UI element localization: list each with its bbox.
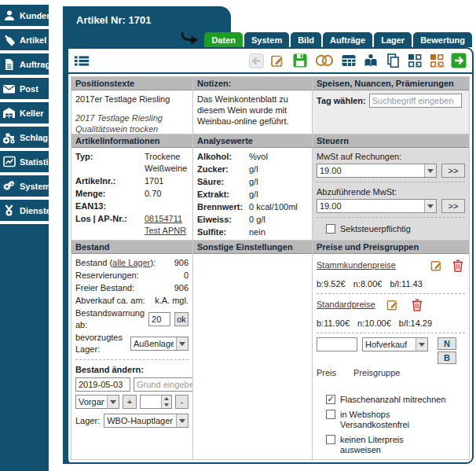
tab-lager[interactable]: Lager (374, 32, 412, 47)
menge-stepper[interactable] (140, 395, 172, 409)
mwst-rechnungen-select[interactable]: 19.00 (317, 164, 437, 178)
trash-icon[interactable] (452, 259, 465, 272)
brutto-button[interactable]: B (438, 351, 456, 364)
section-header: Artikelinformationen (71, 134, 192, 148)
sidebar-item-auftrag[interactable]: Auftrag (0, 53, 49, 75)
std-brutto: b:11.90€ (317, 318, 350, 328)
sidebar-item-system[interactable]: System (0, 175, 49, 197)
section-grid: Positionstexte 2017er Testlage Riesling … (71, 76, 470, 460)
flaschenanzahl-checkbox[interactable] (326, 395, 335, 404)
sektsteuer-checkbox[interactable] (326, 224, 335, 234)
tab-daten[interactable]: Daten (204, 32, 243, 47)
sidebar-item-label: Schlag (20, 133, 48, 142)
stepper-input[interactable] (141, 396, 161, 408)
back-icon[interactable] (248, 53, 264, 68)
sidebar-item-post[interactable]: Post (0, 78, 49, 99)
section-header: Bestand (71, 241, 192, 254)
sidebar-item-artikel[interactable]: Artikel (0, 29, 49, 50)
sidebar-item-statistik[interactable]: Statistik (0, 151, 49, 172)
section-header: Steuern (313, 134, 469, 148)
kein-literpreis-label: keinen Literpreis ausweisen (340, 435, 427, 455)
field-label: Extrakt: (197, 189, 249, 201)
standardpreise-link[interactable]: Standardpreise (317, 299, 375, 311)
zucker-value: g/l (249, 164, 258, 175)
bestand-value: 906 (174, 257, 189, 269)
field-label: Artikelnr.: (75, 175, 145, 187)
bestandswarnung-label: Bestandswarnung ab: (75, 307, 145, 331)
std-netto: n:10.00€ (357, 318, 391, 328)
reader-icon[interactable] (363, 53, 379, 68)
save-icon[interactable] (292, 53, 308, 68)
wein-nr-link[interactable]: 2011-01 (145, 237, 176, 240)
minus-button[interactable]: - (175, 395, 189, 409)
stepper-arrows[interactable] (161, 396, 171, 408)
wine-bottle-icon (2, 33, 16, 46)
list-icon[interactable] (74, 53, 90, 68)
field-label: Zucker: (197, 164, 249, 175)
sidebar-item-keller[interactable]: Keller (0, 102, 49, 123)
tab-auftraege[interactable]: Aufträge (323, 32, 372, 47)
bestand-datum-input[interactable] (75, 377, 130, 392)
arrow-down-icon[interactable] (162, 402, 171, 408)
tag-waehlen-label: Tag wählen: (317, 95, 366, 107)
trash-icon[interactable] (411, 298, 424, 311)
forward-icon[interactable] (451, 53, 467, 68)
grid-teal-icon[interactable] (407, 53, 423, 68)
preisgruppe-select[interactable]: Hofverkauf (362, 337, 428, 351)
table-icon[interactable] (341, 53, 357, 68)
positionstext-line1: 2017er Testlage Riesling (75, 94, 189, 105)
sidebar-item-label: Dienste (20, 206, 51, 215)
abverkauf-value: k.A. mgl. (155, 295, 189, 307)
alkohol-value: %vol (249, 151, 268, 163)
field-label: Brennwert: (197, 201, 249, 213)
edit-icon[interactable] (270, 53, 286, 68)
toggle-icon[interactable] (314, 53, 335, 68)
ap-nr-link[interactable]: 08154711 Test APNR (145, 213, 189, 237)
field-label: EAN13: (75, 201, 145, 212)
chevron-down-icon (424, 200, 436, 212)
sidebar-item-label: Auftrag (20, 60, 50, 69)
tractor-icon (2, 131, 16, 144)
sidebar-item-kunden[interactable]: Kunden (0, 5, 49, 26)
stamm-netto: n:8.00€ (353, 279, 383, 289)
section-steuern: Steuern MwSt auf Rechungen: 19.00 >> Abz… (313, 134, 469, 240)
ok-button[interactable]: ok (174, 312, 189, 326)
sidebar-item-dienste[interactable]: Dienste (0, 200, 49, 221)
section-notizen: Notizen: Das Weinkontenblatt zu diesem W… (193, 77, 312, 134)
tab-bewertung[interactable]: Bewertung (413, 32, 472, 47)
abzufuehrende-mwst-select[interactable]: 19.00 (317, 199, 437, 213)
kein-literpreis-checkbox[interactable] (326, 435, 335, 444)
edit-icon[interactable] (386, 298, 400, 311)
lager-select[interactable]: WBO-Hauptlager (104, 414, 189, 428)
tag-search-input[interactable] (369, 94, 462, 108)
vorgangsart-select[interactable]: Vorgangsart: (75, 395, 119, 409)
grid-orange-icon[interactable] (429, 53, 445, 68)
divider (75, 359, 189, 360)
plus-button[interactable]: + (123, 395, 136, 409)
arrow-up-icon[interactable] (162, 396, 171, 402)
typ-value: Trockene Weißweine (145, 151, 189, 175)
mwst-rechnungen-forward-button[interactable]: >> (441, 164, 465, 178)
bestandswarnung-input[interactable] (148, 312, 170, 326)
eiweiss-value: 0 g/l (249, 214, 265, 226)
bevorzugtes-lager-select[interactable]: Außenlage (130, 337, 189, 351)
sidebar-item-label: Keller (20, 109, 44, 118)
webshops-versandkostenfrei-checkbox[interactable] (326, 410, 335, 419)
section-header: Sonstige Einstellungen (193, 241, 312, 254)
grund-input[interactable] (134, 377, 192, 392)
divider (317, 217, 465, 218)
tab-system[interactable]: System (244, 32, 289, 47)
tab-bild[interactable]: Bild (291, 32, 321, 47)
edit-icon[interactable] (430, 259, 444, 272)
mwst-rechnungen-label: MwSt auf Rechungen: (317, 151, 465, 162)
preis-input[interactable] (317, 337, 357, 351)
sidebar-item-schlag[interactable]: Schlag (0, 127, 49, 148)
content-area: Positionstexte 2017er Testlage Riesling … (68, 74, 472, 462)
abzufuehrende-mwst-forward-button[interactable]: >> (441, 199, 465, 213)
chevron-down-icon (107, 396, 119, 408)
artikelnr-value: 1701 (145, 175, 163, 187)
copy-icon[interactable] (385, 53, 401, 68)
alle-lager-link[interactable]: alle Lager (112, 258, 150, 267)
stammkundenpreise-link[interactable]: Stammkundenpreise (317, 259, 396, 271)
netto-button[interactable]: N (438, 337, 456, 350)
